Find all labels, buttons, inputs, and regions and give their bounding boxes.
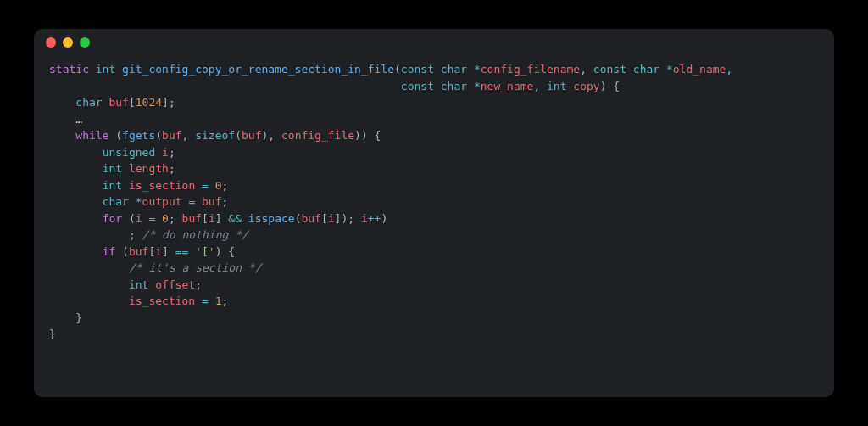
token: *	[666, 63, 673, 76]
token: char	[441, 80, 467, 92]
token: ;	[169, 212, 182, 225]
token: i	[209, 212, 215, 225]
token	[49, 195, 103, 208]
close-icon[interactable]	[46, 37, 56, 48]
token: new_name	[481, 80, 534, 92]
token: /* it's a section */	[129, 261, 262, 274]
token: &&	[228, 212, 242, 225]
token: ) {	[215, 245, 235, 258]
token: int	[103, 162, 122, 175]
token: buf	[202, 195, 221, 208]
maximize-icon[interactable]	[80, 37, 90, 48]
code-line: char buf[1024];	[49, 94, 819, 111]
token: i	[136, 212, 142, 225]
token: [	[202, 212, 209, 225]
code-line: if (buf[i] == '[') {	[49, 244, 819, 261]
token	[659, 63, 666, 76]
token: ;	[222, 294, 229, 307]
token	[49, 146, 103, 159]
token: =	[202, 294, 209, 307]
token: sizeof	[195, 129, 235, 142]
token	[467, 80, 474, 92]
token: while	[75, 129, 108, 142]
token: ==	[175, 245, 189, 258]
token	[129, 195, 136, 208]
token	[155, 146, 162, 159]
minimize-icon[interactable]	[63, 37, 73, 48]
token: '['	[195, 245, 214, 258]
token: fgets	[122, 129, 155, 142]
token	[49, 179, 103, 192]
token: ++	[368, 212, 381, 225]
token	[209, 179, 215, 192]
token: /* do nothing */	[142, 228, 248, 241]
token: [	[129, 96, 136, 109]
token: copy	[573, 80, 599, 92]
token	[122, 179, 129, 192]
token: old_name	[673, 63, 726, 76]
token	[434, 63, 441, 76]
token: (	[394, 63, 401, 76]
token: 0	[162, 212, 169, 225]
token: ,	[580, 63, 593, 76]
token	[242, 212, 248, 225]
token: *	[474, 63, 481, 76]
token: (	[115, 129, 122, 142]
token: [	[321, 212, 328, 225]
token	[49, 294, 129, 307]
token: =	[202, 179, 209, 192]
token: }	[75, 311, 82, 324]
token: 0	[215, 179, 222, 192]
token: buf	[162, 129, 181, 142]
token: config_filename	[481, 63, 580, 76]
token	[49, 162, 103, 175]
code-line: ; /* do nothing */	[49, 227, 819, 244]
code-line: }	[49, 310, 819, 327]
token	[122, 162, 129, 175]
token: ,	[182, 129, 196, 142]
token: )	[381, 212, 387, 225]
code-line: /* it's a section */	[49, 260, 819, 277]
token: i	[155, 245, 162, 258]
token: char	[75, 96, 102, 109]
token: )) {	[354, 129, 381, 142]
token: isspace	[248, 212, 295, 225]
token: 1	[215, 294, 222, 307]
token: ),	[262, 129, 281, 142]
token: for	[103, 212, 122, 225]
token: char	[633, 63, 659, 76]
token: const	[593, 63, 626, 76]
code-line: int is_section = 0;	[49, 177, 819, 194]
token: int	[547, 80, 566, 92]
token	[49, 96, 75, 109]
token: (	[155, 129, 162, 142]
token: ,	[726, 63, 732, 76]
token: int	[96, 63, 115, 76]
token	[49, 311, 75, 324]
token: buf	[301, 212, 320, 225]
token: ]	[215, 212, 229, 225]
code-line: while (fgets(buf, sizeof(buf), config_fi…	[49, 127, 819, 144]
code-line: int length;	[49, 160, 819, 177]
code-line: char *output = buf;	[49, 193, 819, 210]
token: config_file	[281, 129, 354, 142]
token	[467, 63, 474, 76]
token: output	[142, 195, 182, 208]
code-line: }	[49, 326, 819, 343]
code-line: is_section = 1;	[49, 293, 819, 310]
token	[115, 63, 122, 76]
token	[155, 212, 162, 225]
token: if	[103, 245, 116, 258]
token: ]);	[335, 212, 361, 225]
token	[434, 80, 441, 92]
token: git_config_copy_or_rename_section_in_fil…	[122, 63, 394, 76]
token	[195, 294, 202, 307]
token: const	[401, 63, 434, 76]
token	[49, 80, 401, 92]
token: char	[441, 63, 467, 76]
token: offset	[155, 278, 195, 291]
token: i	[361, 212, 368, 225]
token	[209, 294, 215, 307]
token: is_section	[129, 179, 195, 192]
token: is_section	[129, 294, 195, 307]
